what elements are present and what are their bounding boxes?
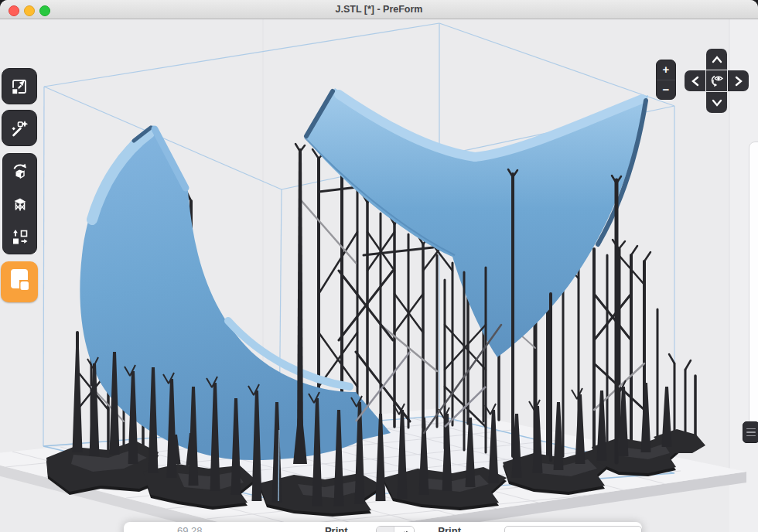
- zoom-out-button[interactable]: −: [657, 80, 675, 100]
- layer-slider-track[interactable]: [749, 142, 758, 426]
- job-tools-group: [2, 153, 37, 254]
- scene-canvas: [0, 19, 758, 532]
- zoom-control: + −: [656, 60, 676, 100]
- preform-window: J.STL [*] - PreForm: [0, 0, 758, 532]
- chevron-down-icon: [710, 97, 724, 108]
- printer-select-button[interactable]: [1, 261, 38, 302]
- status-bar: Volume 69.28 mL Layers 1918 Print Time -…: [124, 522, 642, 532]
- layer-slider-handle[interactable]: [743, 421, 758, 443]
- view-up-button[interactable]: [706, 49, 727, 70]
- layout-tool-button[interactable]: [3, 220, 36, 254]
- chevron-up-icon: [710, 54, 724, 65]
- orbit-eye-icon: [708, 73, 726, 90]
- chevron-right-icon: [733, 74, 744, 88]
- layout-icon: [11, 228, 29, 247]
- print-settings-selector[interactable]: Form 2, Black 01, 0.05 mm: [504, 526, 642, 532]
- window-title: J.STL [*] - PreForm: [0, 0, 758, 19]
- size-tool-button[interactable]: [2, 68, 37, 104]
- rotate-cube-icon: [11, 162, 29, 180]
- print-settings-label: Print Settings: [438, 525, 497, 532]
- orientation-tool-button[interactable]: [3, 154, 36, 187]
- print-time-label: Print Time: [325, 525, 369, 532]
- supports-icon: [11, 195, 29, 213]
- one-click-print-button[interactable]: [2, 110, 37, 146]
- print-time-control: --: [376, 526, 415, 532]
- scale-icon: [10, 77, 29, 96]
- volume-value: 69.28 mL: [177, 525, 215, 532]
- print-time-refresh-button[interactable]: [394, 527, 414, 532]
- view-down-button[interactable]: [706, 92, 727, 113]
- view-orbit-button[interactable]: [706, 70, 727, 91]
- zoom-in-button[interactable]: +: [657, 60, 675, 80]
- view-left-button[interactable]: [685, 70, 705, 91]
- chevron-left-icon: [690, 74, 701, 88]
- titlebar: J.STL [*] - PreForm: [0, 0, 758, 19]
- supports-tool-button[interactable]: [3, 187, 36, 220]
- cartridge-icon: [1, 262, 38, 302]
- print-time-value: --: [377, 527, 394, 532]
- view-right-button[interactable]: [728, 70, 749, 91]
- magic-wand-icon: [10, 119, 29, 138]
- viewport-3d[interactable]: + − Volume: [0, 19, 758, 532]
